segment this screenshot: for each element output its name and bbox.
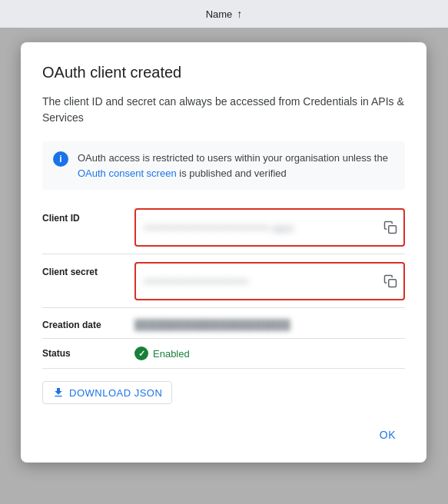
- dialog-footer: OK: [42, 423, 405, 447]
- svg-rect-0: [389, 226, 397, 234]
- client-secret-container: ••••••••••••••••••••••••••••••: [134, 262, 405, 300]
- ok-button[interactable]: OK: [370, 423, 405, 447]
- download-icon: [52, 386, 65, 399]
- status-value: ✓ Enabled: [134, 346, 190, 360]
- download-json-label: DOWNLOAD JSON: [69, 387, 162, 399]
- dialog-title: OAuth client created: [42, 64, 405, 81]
- status-label: Status: [42, 348, 134, 359]
- oauth-dialog: OAuth client created The client ID and s…: [21, 42, 426, 463]
- client-secret-box: ••••••••••••••••••••••••••••••: [134, 262, 405, 300]
- sort-column-label: Name: [206, 8, 233, 20]
- dialog-description: The client ID and secret can always be a…: [42, 94, 405, 126]
- svg-rect-1: [389, 280, 397, 287]
- client-id-value: ••••••••••••••••••••••••••••••••••••.app…: [144, 222, 373, 234]
- info-text-before-link: OAuth access is restricted to users with…: [78, 152, 388, 164]
- creation-date-value: ██████████████████████: [134, 319, 290, 330]
- oauth-consent-screen-link[interactable]: OAuth consent screen: [78, 167, 177, 179]
- info-icon: i: [53, 151, 68, 167]
- client-id-label: Client ID: [42, 208, 134, 224]
- creation-date-row: Creation date ██████████████████████: [42, 311, 405, 339]
- copy-client-id-icon[interactable]: [383, 220, 397, 234]
- info-banner: i OAuth access is restricted to users wi…: [42, 141, 405, 190]
- client-id-row: Client ID ••••••••••••••••••••••••••••••…: [42, 208, 405, 254]
- client-secret-label: Client secret: [42, 262, 134, 277]
- client-id-container: ••••••••••••••••••••••••••••••••••••.app…: [134, 208, 405, 247]
- status-enabled-icon: ✓: [134, 346, 148, 360]
- download-json-button[interactable]: DOWNLOAD JSON: [42, 381, 172, 404]
- info-text-after-link: is published and verified: [177, 167, 287, 179]
- sort-arrow-icon: ↑: [237, 8, 242, 20]
- client-secret-value: ••••••••••••••••••••••••••••••: [144, 276, 373, 287]
- client-secret-row: Client secret ••••••••••••••••••••••••••…: [42, 262, 405, 308]
- status-row: Status ✓ Enabled: [42, 339, 405, 369]
- status-text: Enabled: [153, 348, 190, 360]
- top-bar: Name ↑: [0, 0, 448, 28]
- copy-client-secret-icon[interactable]: [383, 274, 397, 288]
- creation-date-label: Creation date: [42, 320, 134, 330]
- client-id-box: ••••••••••••••••••••••••••••••••••••.app…: [134, 208, 405, 247]
- info-text: OAuth access is restricted to users with…: [78, 151, 394, 181]
